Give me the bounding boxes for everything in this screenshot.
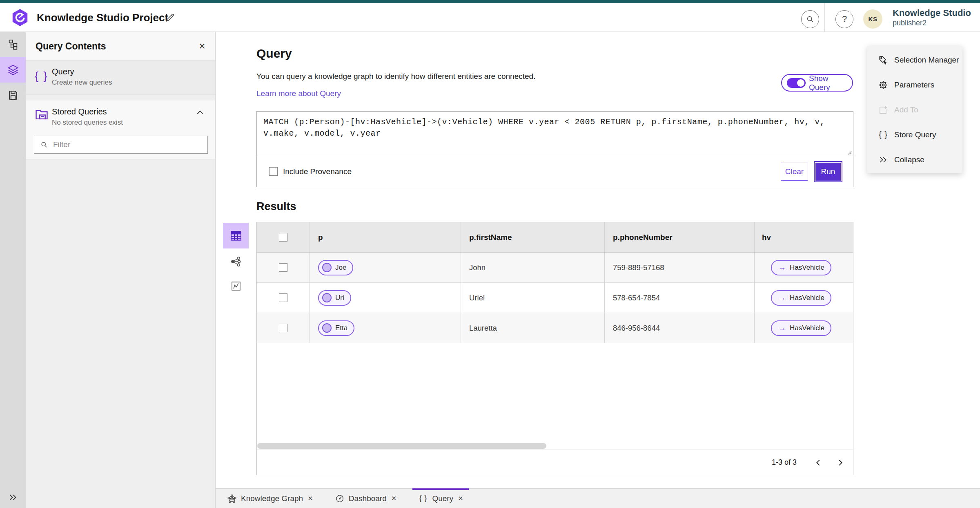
table-icon — [229, 229, 243, 242]
pagination-bar: 1-3 of 3 — [257, 450, 853, 475]
tab-query[interactable]: { } Query × — [412, 489, 468, 508]
add-to-icon — [878, 105, 889, 115]
entity-node-icon — [322, 323, 332, 333]
panel-header: Query Contents × — [26, 32, 215, 60]
user-avatar[interactable]: KS — [863, 9, 882, 29]
relationship-pill[interactable]: → HasVehicle — [771, 290, 831, 306]
help-icon: ? — [842, 14, 847, 25]
graph-view-icon — [230, 255, 242, 268]
save-icon — [7, 90, 19, 101]
main-content: Query You can query a knowledge graph to… — [216, 32, 980, 488]
gear-icon — [878, 80, 889, 90]
help-button[interactable]: ? — [835, 10, 853, 28]
toggle-knob — [797, 79, 804, 87]
app-header: Knowledge Studio Project ? KS Knowledge … — [0, 3, 980, 32]
tab-label: Dashboard — [349, 494, 387, 503]
query-item-subtitle: Create new queries — [52, 78, 112, 87]
close-tab-icon[interactable]: × — [392, 494, 396, 503]
query-editor-footer: Include Provenance Clear Run — [257, 156, 853, 187]
arrow-right-icon: → — [775, 324, 786, 333]
close-icon: × — [199, 40, 205, 53]
cell-phone-number: 846-956-8644 — [605, 313, 755, 343]
query-actions-menu: Selection Manager Parameters Add To — [867, 46, 962, 173]
top-accent-strip — [0, 0, 980, 3]
row-checkbox[interactable] — [279, 324, 287, 332]
edit-title-icon[interactable] — [165, 12, 176, 24]
query-item-title: Query — [52, 67, 74, 76]
relationship-pill[interactable]: → HasVehicle — [771, 320, 831, 336]
chevron-right-icon — [836, 458, 845, 467]
menu-item-collapse[interactable]: Collapse — [867, 147, 962, 172]
relationship-pill[interactable]: → HasVehicle — [771, 260, 831, 275]
resize-handle[interactable] — [846, 149, 852, 155]
menu-item-selection-manager[interactable]: Selection Manager — [867, 47, 962, 72]
graph-view-button[interactable] — [223, 253, 249, 271]
menu-item-add-to: Add To — [867, 97, 962, 122]
header-divider — [824, 3, 825, 32]
rail-item-data-model[interactable] — [0, 32, 26, 57]
column-header-firstname[interactable]: p.firstName — [461, 222, 605, 252]
left-icon-rail — [0, 32, 26, 508]
entity-pill[interactable]: Joe — [318, 260, 353, 275]
entity-node-icon — [322, 293, 332, 302]
column-header-p[interactable]: p — [310, 222, 461, 252]
include-provenance-checkbox[interactable] — [269, 167, 278, 176]
close-tab-icon[interactable]: × — [308, 494, 313, 503]
collapse-section-button[interactable] — [195, 107, 207, 119]
product-name: Knowledge Studio — [893, 8, 971, 18]
page-description: You can query a knowledge graph to ident… — [256, 72, 535, 81]
query-text-input[interactable]: MATCH (p:Person)-[hv:HasVehicle]->(v:Veh… — [257, 112, 853, 156]
user-menu[interactable]: Knowledge Studio publisher2 — [893, 8, 971, 27]
results-table: p p.firstName p.phoneNumber hv Joe John … — [256, 222, 853, 475]
tab-dashboard[interactable]: Dashboard × — [329, 489, 402, 508]
tab-label: Knowledge Graph — [241, 494, 303, 503]
knowledge-graph-icon — [227, 494, 237, 504]
braces-icon: { } — [878, 130, 889, 140]
table-row: Uri Uriel 578-654-7854 → HasVehicle — [257, 283, 853, 313]
menu-item-parameters[interactable]: Parameters — [867, 72, 962, 97]
cell-first-name: Uriel — [461, 283, 605, 313]
entity-pill[interactable]: Uri — [318, 290, 351, 306]
chevron-left-icon — [814, 458, 823, 467]
column-header-hv[interactable]: hv — [755, 222, 853, 252]
panel-item-query[interactable]: { } Query Create new queries — [26, 60, 215, 95]
arrow-right-icon: → — [775, 263, 786, 272]
tab-label: Query — [432, 494, 453, 503]
chart-view-button[interactable] — [223, 277, 249, 295]
filter-input[interactable] — [53, 140, 200, 149]
query-contents-panel: Query Contents × { } Query Create new qu… — [26, 32, 216, 508]
run-button[interactable]: Run — [814, 161, 842, 182]
row-checkbox[interactable] — [279, 263, 287, 272]
pagination-label: 1-3 of 3 — [772, 458, 797, 467]
tab-knowledge-graph[interactable]: Knowledge Graph × — [221, 489, 318, 508]
table-view-button[interactable] — [223, 223, 249, 248]
horizontal-scrollbar[interactable] — [257, 443, 546, 449]
search-icon — [806, 15, 815, 24]
arrow-right-icon: → — [775, 293, 786, 302]
clear-button[interactable]: Clear — [781, 163, 808, 181]
close-tab-icon[interactable]: × — [458, 494, 463, 503]
next-page-button[interactable] — [834, 457, 846, 469]
stored-queries-subtitle: No stored queries exist — [52, 119, 123, 127]
row-checkbox[interactable] — [279, 293, 287, 302]
rail-item-save[interactable] — [0, 83, 26, 108]
table-row: Joe John 759-889-57168 → HasVehicle — [257, 253, 853, 283]
cell-first-name: Lauretta — [461, 313, 605, 343]
learn-more-link[interactable]: Learn more about Query — [256, 89, 341, 98]
toggle-switch[interactable] — [787, 78, 806, 88]
results-title: Results — [256, 200, 296, 213]
column-header-phonenumber[interactable]: p.phoneNumber — [605, 222, 755, 252]
previous-page-button[interactable] — [812, 457, 824, 469]
cell-phone-number: 578-654-7854 — [605, 283, 755, 313]
select-all-checkbox[interactable] — [279, 233, 287, 242]
show-query-toggle[interactable]: Show Query — [781, 74, 853, 92]
entity-pill[interactable]: Etta — [318, 320, 354, 336]
chart-view-icon — [230, 280, 242, 292]
search-button[interactable] — [801, 10, 819, 28]
rail-item-query-layers[interactable] — [0, 57, 26, 83]
close-panel-button[interactable]: × — [195, 39, 209, 54]
query-editor-box: MATCH (p:Person)-[hv:HasVehicle]->(v:Veh… — [256, 111, 853, 187]
expand-rail-button[interactable] — [0, 489, 26, 506]
menu-item-store-query[interactable]: { } Store Query — [867, 122, 962, 147]
username: publisher2 — [893, 18, 971, 27]
